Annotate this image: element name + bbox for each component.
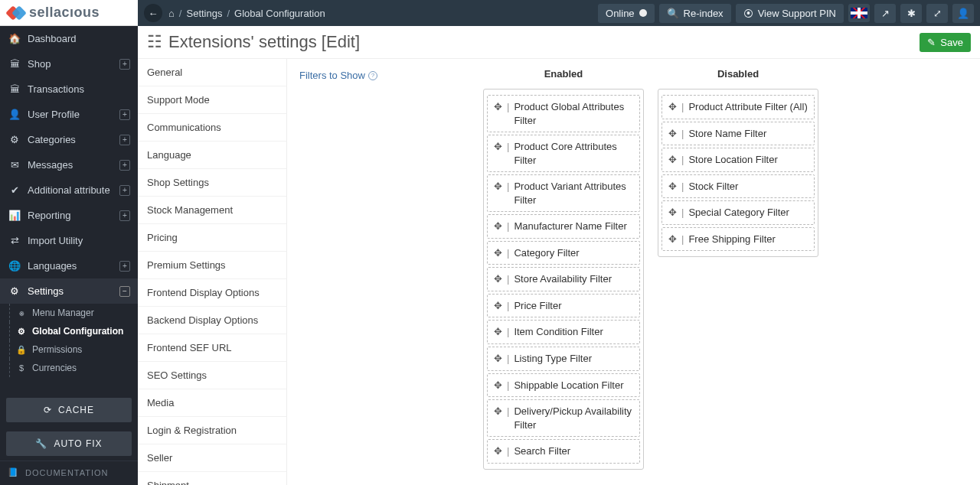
sidebar-subitem-menu-manager[interactable]: ⎈Menu Manager [0,304,138,322]
autofix-button[interactable]: 🔧 AUTO FIX [6,431,132,456]
drag-handle-icon[interactable]: ✥ [494,100,502,113]
sidebar-item-reporting[interactable]: 📊Reporting+ [0,203,138,228]
sidebar-item-transactions[interactable]: 🏛Transactions [0,76,138,102]
user-menu-button[interactable]: 👤 [952,4,974,23]
user-icon: 👤 [957,8,969,19]
tab-pricing[interactable]: Pricing [138,224,286,252]
drag-handle-icon[interactable]: ✥ [494,444,502,457]
divider-icon: | [507,405,509,418]
tab-login-registration[interactable]: Login & Registration [138,417,286,444]
drag-handle-icon[interactable]: ✥ [494,379,502,392]
sidebar-item-additional-attribute[interactable]: ✔Additional attribute+ [0,177,138,203]
tab-media[interactable]: Media [138,389,286,417]
filter-label: Store Name Filter [688,127,808,141]
filter-item-shippable-location-filter[interactable]: ✥|Shippable Location Filter [487,373,640,398]
filter-item-product-core-attributes-filter[interactable]: ✥|Product Core Attributes Filter [487,135,640,172]
expand-icon: + [119,261,130,272]
documentation-label: DOCUMENTATION [25,468,109,477]
breadcrumb-settings[interactable]: Settings [186,8,222,19]
divider-icon: | [681,100,684,113]
filter-label: Store Location Filter [688,153,808,167]
nav-label: Transactions [28,83,130,95]
support-pin-button[interactable]: ⦿ View Support PIN [736,4,844,23]
filter-item-listing-type-filter[interactable]: ✥|Listing Type Filter [487,347,640,371]
disabled-filters-list[interactable]: ✥|Product Attribute Filter (All)✥|Store … [658,89,818,257]
sidebar-subitem-global-configuration[interactable]: ⚙Global Configuration [0,322,138,340]
tab-frontend-sef-url[interactable]: Frontend SEF URL [138,334,286,362]
help-icon[interactable]: ? [368,71,377,80]
drag-handle-icon[interactable]: ✥ [668,127,677,140]
filter-item-free-shipping-filter[interactable]: ✥|Free Shipping Filter [662,227,815,252]
sidebar-item-shop[interactable]: 🏛Shop+ [0,51,138,76]
filter-item-item-condition-filter[interactable]: ✥|Item Condition Filter [487,320,640,344]
language-flag-button[interactable] [848,4,870,22]
fullscreen-button[interactable]: ⤢ [926,4,948,23]
filter-item-manufacturer-name-filter[interactable]: ✥|Manufacturer Name Filter [487,214,640,239]
drag-handle-icon[interactable]: ✥ [494,246,502,259]
sub-label: Permissions [32,344,82,355]
sidebar-item-categories[interactable]: ⚙Categories+ [0,127,138,152]
filter-item-delivery-pickup-availability-filter[interactable]: ✥|Delivery/Pickup Availability Filter [487,399,640,437]
filter-item-product-attribute-filter-all-[interactable]: ✥|Product Attribute Filter (All) [662,95,815,119]
drag-handle-icon[interactable]: ✥ [494,220,502,233]
joomla-button[interactable]: ✱ [900,4,922,23]
drag-handle-icon[interactable]: ✥ [494,180,502,193]
sidebar-item-messages[interactable]: ✉Messages+ [0,152,138,177]
filter-item-stock-filter[interactable]: ✥|Stock Filter [662,174,815,199]
tab-stock-management[interactable]: Stock Management [138,197,286,224]
drag-handle-icon[interactable]: ✥ [494,299,502,312]
tab-communications[interactable]: Communications [138,114,286,142]
sidebar-item-settings[interactable]: ⚙Settings− [0,278,138,304]
tab-seo-settings[interactable]: SEO Settings [138,362,286,389]
nav-label: Languages [28,260,119,272]
reindex-button[interactable]: 🔍 Re-index [659,4,731,23]
tab-seller[interactable]: Seller [138,444,286,472]
topbar: ← ⌂ / Settings / Global Configuration On… [138,0,980,26]
external-link-button[interactable]: ↗ [874,4,896,23]
sidebar-item-user-profile[interactable]: 👤User Profile+ [0,102,138,127]
tab-backend-display-options[interactable]: Backend Display Options [138,307,286,334]
tab-language[interactable]: Language [138,142,286,169]
back-button[interactable]: ← [144,4,162,22]
filter-item-store-name-filter[interactable]: ✥|Store Name Filter [662,122,815,146]
drag-handle-icon[interactable]: ✥ [668,100,677,113]
sidebar-item-languages[interactable]: 🌐Languages+ [0,253,138,278]
tab-premium-settings[interactable]: Premium Settings [138,252,286,279]
tab-shop-settings[interactable]: Shop Settings [138,169,286,197]
filter-item-store-availability-filter[interactable]: ✥|Store Availability Filter [487,267,640,291]
collapse-icon: − [119,286,130,297]
drag-handle-icon[interactable]: ✥ [494,352,502,365]
sidebar-item-import-utility[interactable]: ⇄Import Utility [0,228,138,253]
filter-item-special-category-filter[interactable]: ✥|Special Category Filter [662,200,815,225]
filter-item-search-filter[interactable]: ✥|Search Filter [487,439,640,464]
home-icon[interactable]: ⌂ [168,8,175,19]
filter-item-store-location-filter[interactable]: ✥|Store Location Filter [662,148,815,172]
tab-shipment[interactable]: Shipment [138,472,286,485]
drag-handle-icon[interactable]: ✥ [668,153,677,166]
filter-item-price-filter[interactable]: ✥|Price Filter [487,294,640,318]
divider-icon: | [507,299,509,312]
tab-general[interactable]: General [138,59,286,86]
expand-icon: + [119,135,130,145]
drag-handle-icon[interactable]: ✥ [668,206,677,219]
drag-handle-icon[interactable]: ✥ [494,140,502,153]
save-button[interactable]: ✎ Save [920,33,971,52]
enabled-filters-list[interactable]: ✥|Product Global Attributes Filter✥|Prod… [483,89,644,470]
drag-handle-icon[interactable]: ✥ [668,233,677,246]
sidebar-item-dashboard[interactable]: 🏠Dashboard [0,26,138,51]
sidebar-subitem-currencies[interactable]: $Currencies [0,359,138,377]
online-status-button[interactable]: Online [598,4,655,23]
brand-logo[interactable]: sellacıous [0,0,138,26]
tab-support-mode[interactable]: Support Mode [138,86,286,114]
filter-item-product-global-attributes-filter[interactable]: ✥|Product Global Attributes Filter [487,95,640,132]
tab-frontend-display-options[interactable]: Frontend Display Options [138,279,286,307]
drag-handle-icon[interactable]: ✥ [494,325,502,338]
cache-button[interactable]: ⟳ CACHE [6,398,132,422]
filter-item-category-filter[interactable]: ✥|Category Filter [487,241,640,265]
documentation-link[interactable]: 📘 DOCUMENTATION [0,461,138,485]
drag-handle-icon[interactable]: ✥ [668,180,677,193]
filter-item-product-variant-attributes-filter[interactable]: ✥|Product Variant Attributes Filter [487,174,640,212]
drag-handle-icon[interactable]: ✥ [494,405,502,418]
sidebar-subitem-permissions[interactable]: 🔒Permissions [0,340,138,359]
drag-handle-icon[interactable]: ✥ [494,272,502,285]
